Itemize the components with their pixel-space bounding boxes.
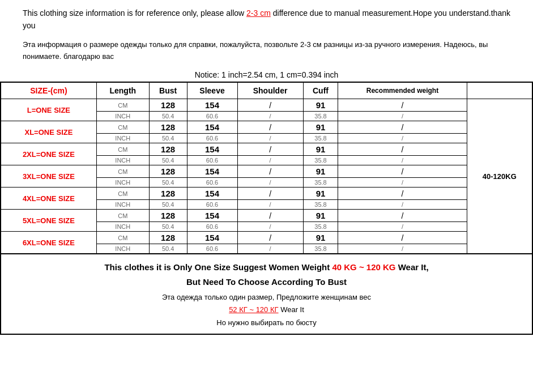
shoulder-inch-1: 35.8 <box>303 134 338 143</box>
shoulder-cm-1: 91 <box>303 121 338 134</box>
sleeve-inch-5: / <box>237 222 303 232</box>
table-header-row: SIZE-(cm) Length Bust Sleeve Shoulder Cu… <box>1 82 532 99</box>
shoulder-cm-5: 91 <box>303 210 338 222</box>
shoulder-inch-6: 35.8 <box>303 244 338 254</box>
russian-wear: Wear It <box>279 305 304 314</box>
length-inch-3: 50.4 <box>149 178 187 188</box>
cuff-inch-5: / <box>338 222 467 232</box>
header-recommended: Recommended weight <box>338 82 467 99</box>
unit-cm-3: CM <box>96 165 149 178</box>
length-cm-3: 128 <box>149 165 187 178</box>
main-container: This clothing size information is for re… <box>0 0 533 335</box>
cuff-inch-0: / <box>338 112 467 121</box>
unit-notice: Notice: 1 inch=2.54 cm, 1 cm=0.394 inch <box>0 67 533 82</box>
unit-cm-1: CM <box>96 121 149 134</box>
cuff-inch-2: / <box>338 156 467 165</box>
russian-line3: Но нужно выбирать по бюсту <box>216 318 316 327</box>
bust-inch-0: 60.6 <box>187 112 237 121</box>
length-cm-5: 128 <box>149 210 187 222</box>
sleeve-cm-0: / <box>237 99 303 112</box>
length-inch-0: 50.4 <box>149 112 187 121</box>
length-inch-1: 50.4 <box>149 134 187 143</box>
top-notice: This clothing size information is for re… <box>0 0 533 37</box>
bust-inch-2: 60.6 <box>187 156 237 165</box>
shoulder-inch-5: 35.8 <box>303 222 338 232</box>
cuff-cm-3: / <box>338 165 467 178</box>
shoulder-inch-3: 35.8 <box>303 178 338 188</box>
bottom-notice: This clothes it is Only One Size Suggest… <box>0 254 533 334</box>
length-inch-6: 50.4 <box>149 244 187 254</box>
russian-red-weight: 52 КГ ~ 120 КГ <box>229 305 278 314</box>
bust-cm-1: 154 <box>187 121 237 134</box>
bust-inch-5: 60.6 <box>187 222 237 232</box>
length-cm-4: 128 <box>149 188 187 200</box>
bust-inch-1: 60.6 <box>187 134 237 143</box>
unit-inch-5: INCH <box>96 222 149 232</box>
table-row: XL=ONE SIZECM128154/91/ <box>1 121 532 134</box>
length-cm-6: 128 <box>149 232 187 244</box>
sleeve-inch-0: / <box>237 112 303 121</box>
sleeve-inch-4: / <box>237 200 303 210</box>
top-notice-text1: This clothing size information is for re… <box>23 8 246 18</box>
shoulder-inch-0: 35.8 <box>303 112 338 121</box>
unit-cm-6: CM <box>96 232 149 244</box>
length-inch-5: 50.4 <box>149 222 187 232</box>
bust-cm-3: 154 <box>187 165 237 178</box>
unit-inch-2: INCH <box>96 156 149 165</box>
cuff-cm-4: / <box>338 188 467 200</box>
table-row: L=ONE SIZECM128154/91/40-120KG <box>1 99 532 112</box>
bust-inch-6: 60.6 <box>187 244 237 254</box>
size-label-1: XL=ONE SIZE <box>1 121 96 143</box>
unit-inch-0: INCH <box>96 112 149 121</box>
length-cm-2: 128 <box>149 143 187 156</box>
bottom-line1: This clothes it is Only One Size Suggest… <box>104 262 332 272</box>
cuff-inch-4: / <box>338 200 467 210</box>
shoulder-inch-2: 35.8 <box>303 156 338 165</box>
unit-cm-2: CM <box>96 143 149 156</box>
cuff-cm-2: / <box>338 143 467 156</box>
unit-cm-4: CM <box>96 188 149 200</box>
shoulder-inch-4: 35.8 <box>303 200 338 210</box>
bottom-line3: But Need To Choose According To Bust <box>186 277 347 287</box>
sleeve-cm-5: / <box>237 210 303 222</box>
bust-inch-3: 60.6 <box>187 178 237 188</box>
bust-cm-6: 154 <box>187 232 237 244</box>
header-length: Length <box>96 82 149 99</box>
size-label-2: 2XL=ONE SIZE <box>1 143 96 165</box>
sleeve-cm-2: / <box>237 143 303 156</box>
cuff-cm-6: / <box>338 232 467 244</box>
size-label-3: 3XL=ONE SIZE <box>1 165 96 188</box>
shoulder-cm-3: 91 <box>303 165 338 178</box>
unit-inch-4: INCH <box>96 200 149 210</box>
cuff-inch-3: / <box>338 178 467 188</box>
sleeve-cm-4: / <box>237 188 303 200</box>
size-label-4: 4XL=ONE SIZE <box>1 188 96 210</box>
length-cm-0: 128 <box>149 99 187 112</box>
length-inch-4: 50.4 <box>149 200 187 210</box>
bottom-red-weight: 40 KG ~ 120 KG <box>332 262 395 272</box>
bust-inch-4: 60.6 <box>187 200 237 210</box>
unit-inch-1: INCH <box>96 134 149 143</box>
unit-inch-3: INCH <box>96 178 149 188</box>
russian-line1: Эта одежда только один размер, Предложит… <box>162 293 371 301</box>
header-bust: Bust <box>149 82 187 99</box>
header-size: SIZE-(cm) <box>1 82 96 99</box>
shoulder-cm-0: 91 <box>303 99 338 112</box>
bust-cm-2: 154 <box>187 143 237 156</box>
cuff-cm-1: / <box>338 121 467 134</box>
bottom-main-text: This clothes it is Only One Size Suggest… <box>12 260 521 289</box>
recommended-weight: 40-120KG <box>467 99 532 254</box>
cuff-cm-5: / <box>338 210 467 222</box>
header-sleeve: Sleeve <box>187 82 237 99</box>
length-cm-1: 128 <box>149 121 187 134</box>
sleeve-inch-3: / <box>237 178 303 188</box>
table-row: 4XL=ONE SIZECM128154/91/ <box>1 188 532 200</box>
sleeve-cm-6: / <box>237 232 303 244</box>
sleeve-cm-1: / <box>237 121 303 134</box>
russian-notice: Эта информация о размере одежды только д… <box>0 37 533 67</box>
bottom-russian: Эта одежда только один размер, Предложит… <box>12 291 521 329</box>
table-row: 3XL=ONE SIZECM128154/91/ <box>1 165 532 178</box>
size-label-6: 6XL=ONE SIZE <box>1 232 96 254</box>
red-link: 2-3 cm <box>246 8 271 18</box>
sleeve-cm-3: / <box>237 165 303 178</box>
